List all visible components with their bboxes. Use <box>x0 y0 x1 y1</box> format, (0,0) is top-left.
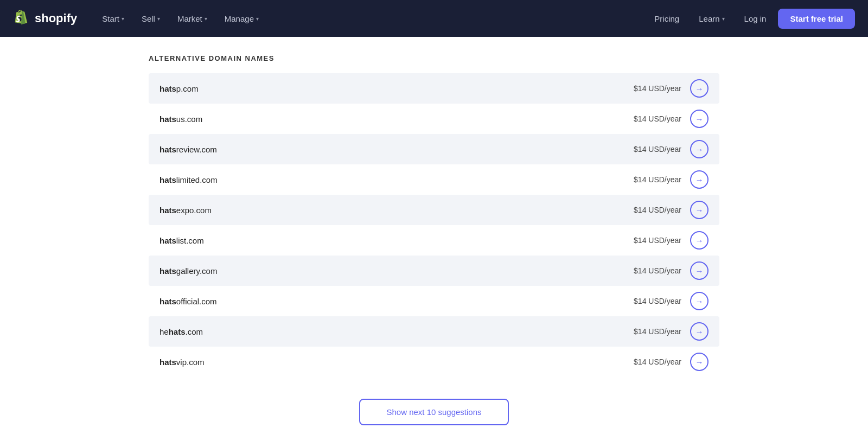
domain-select-button[interactable]: → <box>690 231 709 250</box>
chevron-down-icon: ▾ <box>122 16 124 22</box>
domain-row: hatsvip.com$14 USD/year→ <box>149 347 719 377</box>
nav-item-sell[interactable]: Sell ▾ <box>134 10 168 28</box>
logo[interactable]: shopify <box>13 10 77 27</box>
domain-price: $14 USD/year <box>634 114 681 123</box>
arrow-right-icon: → <box>695 206 704 214</box>
nav-item-start[interactable]: Start ▾ <box>94 10 132 28</box>
nav-item-pricing[interactable]: Pricing <box>647 10 687 28</box>
domain-row: hatslimited.com$14 USD/year→ <box>149 164 719 195</box>
domain-name: hatsreview.com <box>159 145 634 154</box>
chevron-down-icon: ▾ <box>205 16 207 22</box>
domain-name: hatsgallery.com <box>159 266 634 276</box>
arrow-right-icon: → <box>695 115 704 123</box>
domain-row: hatsreview.com$14 USD/year→ <box>149 134 719 164</box>
domain-name: hatsofficial.com <box>159 297 634 306</box>
main-content: ALTERNATIVE DOMAIN NAMES hatsp.com$14 US… <box>136 37 732 447</box>
arrow-right-icon: → <box>695 297 704 305</box>
chevron-down-icon: ▾ <box>256 16 259 22</box>
domain-select-button[interactable]: → <box>690 170 709 189</box>
domain-select-button[interactable]: → <box>690 140 709 158</box>
domain-row: hehats.com$14 USD/year→ <box>149 316 719 347</box>
arrow-right-icon: → <box>695 358 704 366</box>
domain-name: hatslimited.com <box>159 175 634 184</box>
domain-row: hatsofficial.com$14 USD/year→ <box>149 286 719 316</box>
domain-price: $14 USD/year <box>634 206 681 214</box>
domain-price: $14 USD/year <box>634 266 681 275</box>
main-nav: shopify Start ▾ Sell ▾ Market ▾ Manage ▾… <box>0 0 868 37</box>
domain-price: $14 USD/year <box>634 297 681 305</box>
nav-item-manage[interactable]: Manage ▾ <box>217 10 266 28</box>
arrow-right-icon: → <box>695 237 704 245</box>
nav-item-market[interactable]: Market ▾ <box>170 10 215 28</box>
domain-row: hatslist.com$14 USD/year→ <box>149 225 719 256</box>
domain-row: hatsexpo.com$14 USD/year→ <box>149 195 719 225</box>
domain-list: hatsp.com$14 USD/year→hatsus.com$14 USD/… <box>149 73 719 377</box>
domain-name: hatsvip.com <box>159 357 634 367</box>
domain-row: hatsgallery.com$14 USD/year→ <box>149 256 719 286</box>
arrow-right-icon: → <box>695 145 704 154</box>
domain-price: $14 USD/year <box>634 175 681 184</box>
chevron-down-icon: ▾ <box>157 16 160 22</box>
domain-name: hatslist.com <box>159 236 634 245</box>
domain-price: $14 USD/year <box>634 236 681 245</box>
domain-name: hatsexpo.com <box>159 206 634 215</box>
domain-select-button[interactable]: → <box>690 201 709 219</box>
domain-price: $14 USD/year <box>634 357 681 366</box>
arrow-right-icon: → <box>695 267 704 275</box>
domain-row: hatsus.com$14 USD/year→ <box>149 104 719 134</box>
arrow-right-icon: → <box>695 176 704 184</box>
domain-select-button[interactable]: → <box>690 322 709 341</box>
domain-select-button[interactable]: → <box>690 79 709 98</box>
domain-name: hatsus.com <box>159 114 634 124</box>
domain-price: $14 USD/year <box>634 327 681 336</box>
nav-right: Pricing Learn ▾ Log in Start free trial <box>647 9 855 29</box>
show-next-suggestions-button[interactable]: Show next 10 suggestions <box>359 399 508 425</box>
domain-name: hehats.com <box>159 327 634 336</box>
section-title: ALTERNATIVE DOMAIN NAMES <box>149 54 719 62</box>
arrow-right-icon: → <box>695 85 704 93</box>
domain-name: hatsp.com <box>159 84 634 93</box>
nav-left: Start ▾ Sell ▾ Market ▾ Manage ▾ <box>94 10 647 28</box>
logo-text: shopify <box>35 11 77 25</box>
domain-row: hatsp.com$14 USD/year→ <box>149 73 719 104</box>
domain-price: $14 USD/year <box>634 145 681 154</box>
domain-price: $14 USD/year <box>634 84 681 93</box>
domain-select-button[interactable]: → <box>690 261 709 280</box>
chevron-down-icon: ▾ <box>722 16 725 22</box>
domain-select-button[interactable]: → <box>690 110 709 128</box>
domain-select-button[interactable]: → <box>690 353 709 371</box>
start-free-trial-button[interactable]: Start free trial <box>778 9 855 29</box>
nav-item-learn[interactable]: Learn ▾ <box>691 10 732 28</box>
domain-select-button[interactable]: → <box>690 292 709 310</box>
show-more-container: Show next 10 suggestions <box>149 399 719 425</box>
arrow-right-icon: → <box>695 328 704 336</box>
nav-login-button[interactable]: Log in <box>737 10 774 28</box>
